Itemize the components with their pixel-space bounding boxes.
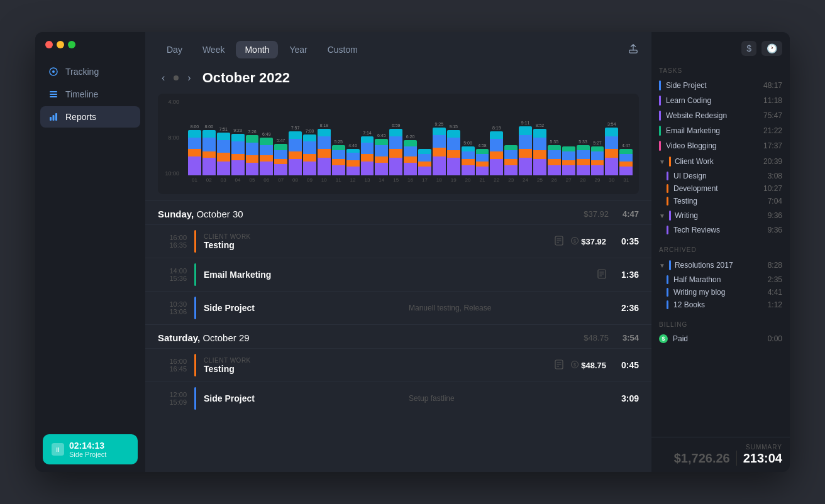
timer-button[interactable]: ⏸ 02:14:13 Side Project (43, 434, 138, 464)
bar-column[interactable]: 4:4731 (619, 143, 633, 183)
subtask-name: Testing (673, 197, 755, 205)
bar-column[interactable]: 8:0001 (188, 124, 201, 183)
archived-subtask-row[interactable]: Half Marathon2:35 (659, 273, 782, 286)
bar-column[interactable]: 6:4514 (375, 133, 388, 183)
bar-stack (577, 145, 590, 175)
bar-column[interactable]: 7:5103 (217, 127, 230, 183)
bar-column[interactable]: 7:5708 (289, 126, 302, 183)
entry-info: Side Project (204, 393, 401, 403)
bar-stack (246, 135, 259, 175)
bar-column[interactable]: 6:5915 (389, 123, 402, 183)
bar-column[interactable]: 17 (418, 148, 431, 183)
sidebar-item-tracking[interactable]: Tracking (40, 61, 140, 82)
bar-stack (591, 146, 604, 175)
subtask-row[interactable]: Testing7:04 (659, 195, 782, 207)
entry-time: 14:0015:36 (158, 267, 187, 282)
bar-column[interactable]: 7:2605 (246, 129, 259, 183)
bar-day-label: 05 (249, 177, 255, 183)
pause-icon[interactable]: ⏸ (52, 443, 64, 456)
task-row[interactable]: Video Blogging17:37 (659, 138, 782, 153)
billing-time: 0:00 (768, 334, 782, 343)
task-row[interactable]: Learn Coding11:18 (659, 93, 782, 108)
bar-value-label: 6:59 (392, 123, 401, 128)
tab-year[interactable]: Year (280, 41, 316, 58)
summary-time: 213:04 (743, 451, 782, 466)
bar-column[interactable]: 27 (562, 145, 575, 183)
bar-column[interactable]: 4:4612 (346, 143, 360, 183)
bar-column[interactable]: 5:3526 (548, 140, 561, 183)
task-row[interactable]: Website Redesign75:47 (659, 108, 782, 123)
bar-column[interactable]: 9:2304 (231, 128, 245, 183)
bar-column[interactable]: 5:0820 (462, 141, 475, 183)
close-dot[interactable] (45, 41, 53, 48)
bar-column[interactable]: 6:2016 (404, 134, 417, 183)
bar-column[interactable]: 6:4906 (260, 132, 273, 183)
task-row[interactable]: Email Marketing21:22 (659, 123, 782, 138)
bar-column[interactable]: 3:5430 (605, 122, 618, 183)
next-month-button[interactable]: › (184, 71, 194, 85)
today-dot[interactable] (174, 75, 179, 80)
bar-column[interactable]: 9:1124 (519, 121, 532, 183)
day-header: Saturday, October 29$48.753:54 (145, 325, 651, 348)
subtask-name: Tech Reviews (673, 226, 755, 234)
archived-subtask-row[interactable]: Writing my blog4:41 (659, 286, 782, 299)
reports-icon (48, 111, 59, 123)
minimize-dot[interactable] (57, 41, 64, 48)
entry-name: Side Project (204, 393, 401, 403)
doc-icon[interactable] (555, 236, 563, 248)
subtask-row[interactable]: UI Design3:08 (659, 170, 782, 182)
billing-list: $Paid0:00 (659, 332, 782, 346)
group-row[interactable]: ▼Client Work20:39 (659, 153, 782, 170)
subtask-row[interactable]: Tech Reviews9:36 (659, 224, 782, 236)
bar-column[interactable]: 7:0809 (303, 129, 316, 183)
bar-column[interactable]: 8:1922 (490, 126, 503, 183)
task-row[interactable]: Side Project48:17 (659, 78, 782, 93)
subtask-row[interactable]: Development10:27 (659, 182, 782, 195)
bar-column[interactable]: 5:3328 (577, 140, 590, 183)
bar-value-label: 7:57 (291, 126, 300, 130)
entry-info: CLIENT WORKTesting (204, 233, 547, 250)
bar-column[interactable]: 9:1519 (447, 124, 460, 183)
maximize-dot[interactable] (68, 41, 75, 48)
group-row[interactable]: ▼Writing9:36 (659, 207, 782, 224)
doc-icon[interactable] (597, 269, 606, 281)
task-color (659, 126, 661, 136)
archived-group-row[interactable]: ▼Resolutions 20178:28 (659, 257, 782, 273)
tab-custom[interactable]: Custom (319, 41, 367, 58)
traffic-lights (35, 32, 145, 61)
tab-day[interactable]: Day (158, 41, 191, 58)
bar-column[interactable]: 5:2511 (332, 140, 345, 183)
sidebar-item-timeline[interactable]: Timeline (40, 84, 140, 105)
bar-column[interactable]: 23 (504, 144, 518, 183)
entry-info: Side Project (204, 303, 401, 313)
entry-row: 14:0015:36Email Marketing1:36 (145, 258, 651, 291)
summary-divider (736, 451, 737, 466)
entry-name: Side Project (204, 303, 401, 313)
summary-values: $1,726.26 213:04 (674, 451, 782, 466)
bar-column[interactable]: 4:5821 (476, 143, 489, 183)
bar-column[interactable]: 8:1810 (318, 123, 331, 183)
bar-day-label: 25 (537, 177, 543, 183)
archived-subtask-row[interactable]: 12 Books1:12 (659, 299, 782, 311)
timeline-icon (48, 89, 59, 100)
task-color (659, 80, 661, 90)
bar-column[interactable]: 9:2518 (433, 122, 446, 183)
bar-stack (433, 128, 446, 175)
share-icon[interactable] (628, 43, 639, 57)
tab-week[interactable]: Week (194, 41, 234, 58)
prev-month-button[interactable]: ‹ (158, 71, 169, 85)
bar-column[interactable]: 8:5225 (533, 123, 546, 183)
bar-column[interactable]: 8:0002 (202, 124, 216, 183)
svg-text:$: $ (573, 239, 576, 243)
bar-column[interactable]: 5:4707 (274, 138, 287, 183)
entry-time: 16:0016:45 (158, 358, 187, 373)
bar-stack (562, 146, 575, 175)
sidebar-item-reports[interactable]: Reports (40, 106, 140, 128)
entry-category: CLIENT WORK (204, 233, 547, 240)
dollar-toggle[interactable]: $ (741, 41, 756, 56)
clock-icon[interactable]: 🕐 (761, 41, 782, 56)
doc-icon[interactable] (555, 359, 563, 371)
bar-column[interactable]: 5:2729 (591, 141, 604, 183)
tab-month[interactable]: Month (236, 41, 278, 58)
bar-column[interactable]: 7:1413 (361, 131, 374, 183)
